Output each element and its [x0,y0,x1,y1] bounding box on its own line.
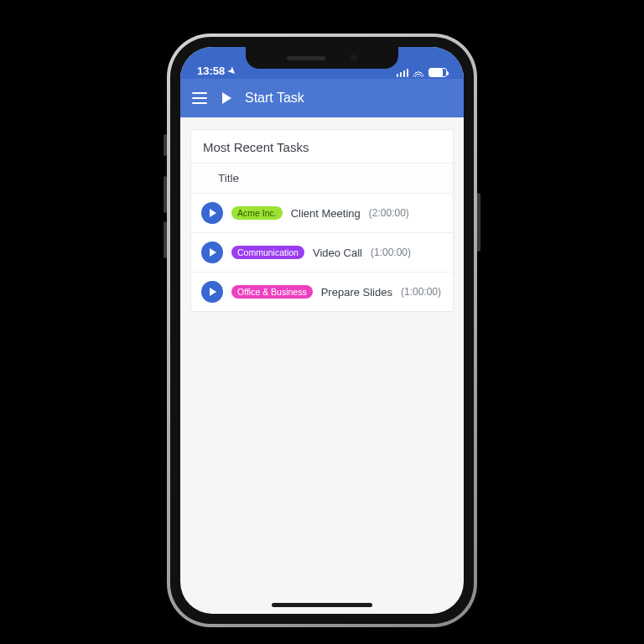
task-duration: (1:00:00) [401,286,441,298]
screen: 13:58 ➤ Start Task Most Recent Tasks Tit… [180,47,464,614]
location-arrow-icon: ➤ [226,65,239,78]
wifi-icon [413,69,424,77]
recent-tasks-card: Most Recent Tasks Title Acme Inc.Client … [190,129,454,312]
task-tag: Acme Inc. [231,206,283,220]
task-duration: (1:00:00) [371,247,411,258]
task-title: Video Call [313,247,362,259]
column-header-title: Title [191,164,453,194]
task-tag: Office & Business [231,285,313,299]
task-duration: (2:00:00) [369,207,409,219]
battery-icon [428,68,447,77]
mute-switch [164,134,167,156]
content-area: Most Recent Tasks Title Acme Inc.Client … [180,117,464,324]
phone-notch [246,47,398,69]
volume-up-button [164,176,167,213]
status-time: 13:58 [197,65,225,77]
app-title: Start Task [245,91,304,106]
play-task-button[interactable] [201,281,223,303]
task-row[interactable]: Office & BusinessPrepare Slides(1:00:00) [191,273,453,311]
task-title: Client Meeting [291,207,361,220]
menu-icon[interactable] [192,92,207,104]
camera-icon [351,55,357,61]
signal-icon [397,69,409,77]
task-row[interactable]: CommunicationVideo Call(1:00:00) [191,233,453,273]
card-heading: Most Recent Tasks [191,130,453,164]
volume-down-button [164,221,167,258]
power-button [477,193,480,252]
play-icon[interactable] [222,92,231,104]
speaker-icon [287,56,325,60]
home-indicator[interactable] [272,603,372,607]
phone-bezel: 13:58 ➤ Start Task Most Recent Tasks Tit… [170,37,474,624]
phone-frame: 13:58 ➤ Start Task Most Recent Tasks Tit… [167,34,477,627]
play-task-button[interactable] [201,242,223,263]
task-tag: Communication [231,246,304,259]
task-row[interactable]: Acme Inc.Client Meeting(2:00:00) [191,194,453,233]
task-title: Prepare Slides [321,286,392,299]
play-task-button[interactable] [201,202,223,224]
app-bar: Start Task [180,79,464,117]
